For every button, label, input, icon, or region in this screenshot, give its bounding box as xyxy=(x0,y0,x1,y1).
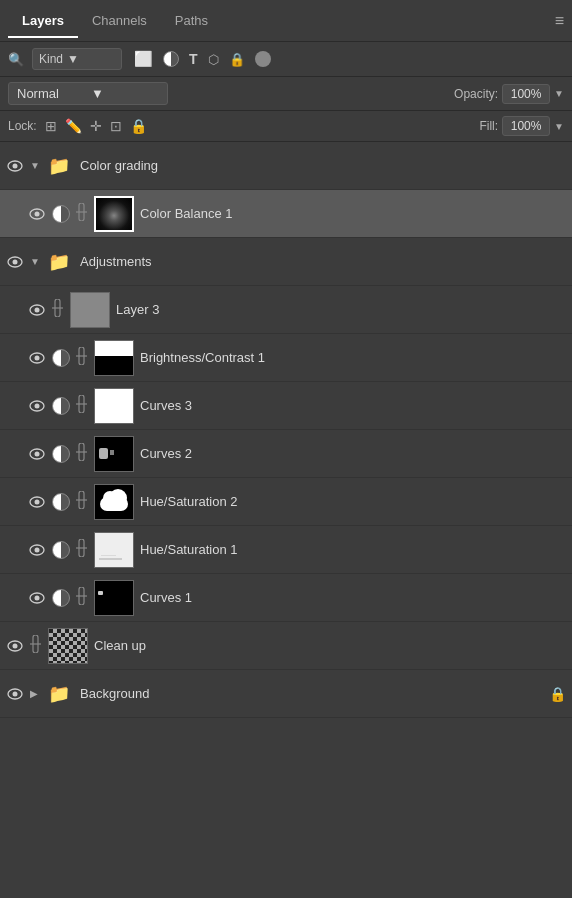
layer-name: Curves 2 xyxy=(140,446,566,461)
fill-input[interactable]: 100% xyxy=(502,116,550,136)
layer-row[interactable]: ▶📁Background🔒 xyxy=(0,670,572,718)
opacity-input[interactable]: 100% xyxy=(502,84,550,104)
visibility-eye-icon[interactable] xyxy=(28,445,46,463)
layer-thumbnail xyxy=(94,436,134,472)
visibility-eye-icon[interactable] xyxy=(6,637,24,655)
link-chain-icon xyxy=(76,443,88,464)
tab-paths[interactable]: Paths xyxy=(161,3,222,38)
opacity-label: Opacity: xyxy=(454,87,498,101)
svg-point-29 xyxy=(35,547,40,552)
layers-list: ▼📁Color grading Color Balance 1 ▼📁Adjust… xyxy=(0,142,572,868)
layer-row[interactable]: Brightness/Contrast 1 xyxy=(0,334,572,382)
layer-name: Clean up xyxy=(94,638,566,653)
folder-icon: 📁 xyxy=(48,251,70,273)
layer-thumbnail xyxy=(94,580,134,616)
layer-row[interactable]: Hue/Saturation 1 xyxy=(0,526,572,574)
svg-point-37 xyxy=(13,643,18,648)
filter-shape-icon[interactable]: ⬡ xyxy=(208,52,219,67)
filter-adjustment-icon[interactable] xyxy=(163,51,179,67)
svg-point-3 xyxy=(35,211,40,216)
lock-all-icon[interactable]: 🔒 xyxy=(130,118,147,134)
lock-paint-icon[interactable]: ✏️ xyxy=(65,118,82,134)
layer-thumbnail xyxy=(70,292,110,328)
layer-name: Hue/Saturation 1 xyxy=(140,542,566,557)
layer-row[interactable]: ▼📁Color grading xyxy=(0,142,572,190)
link-chain-icon xyxy=(52,299,64,320)
layer-name: Layer 3 xyxy=(116,302,566,317)
adjustment-layer-icon xyxy=(52,493,70,511)
svg-point-41 xyxy=(13,691,18,696)
expand-chevron-icon[interactable]: ▶ xyxy=(30,688,42,699)
layer-row[interactable]: Clean up xyxy=(0,622,572,670)
visibility-eye-icon[interactable] xyxy=(6,157,24,175)
layer-row[interactable]: Curves 3 xyxy=(0,382,572,430)
svg-point-7 xyxy=(13,259,18,264)
blend-mode-select[interactable]: Normal ▼ xyxy=(8,82,168,105)
layer-name: Adjustments xyxy=(80,254,566,269)
layer-name: Background xyxy=(80,686,543,701)
opacity-group: Opacity: 100% ▼ xyxy=(454,84,564,104)
filter-pixel-icon[interactable] xyxy=(255,51,271,67)
svg-point-17 xyxy=(35,403,40,408)
fill-label: Fill: xyxy=(479,119,498,133)
kind-filter-select[interactable]: Kind ▼ xyxy=(32,48,122,70)
lock-pixels-icon[interactable]: ⊞ xyxy=(45,118,57,134)
layer-row[interactable]: ▼📁Adjustments xyxy=(0,238,572,286)
layer-row[interactable]: Color Balance 1 xyxy=(0,190,572,238)
kind-dropdown-arrow: ▼ xyxy=(67,52,79,66)
link-chain-icon xyxy=(76,539,88,560)
blend-mode-label: Normal xyxy=(17,86,85,101)
layer-thumbnail xyxy=(94,340,134,376)
layer-thumbnail xyxy=(48,628,88,664)
filter-icons-group: ⬜ T ⬡ 🔒 xyxy=(134,50,271,68)
svg-point-9 xyxy=(35,307,40,312)
lock-icons-group: ⊞ ✏️ ✛ ⊡ 🔒 xyxy=(45,118,147,134)
opacity-dropdown-arrow[interactable]: ▼ xyxy=(554,88,564,99)
visibility-eye-icon[interactable] xyxy=(6,253,24,271)
layer-thumbnail xyxy=(94,484,134,520)
visibility-eye-icon[interactable] xyxy=(28,205,46,223)
lock-label: Lock: xyxy=(8,119,37,133)
tab-channels[interactable]: Channels xyxy=(78,3,161,38)
folder-icon: 📁 xyxy=(48,155,70,177)
svg-point-33 xyxy=(35,595,40,600)
adjustment-layer-icon xyxy=(52,541,70,559)
adjustment-layer-icon xyxy=(52,589,70,607)
tab-layers[interactable]: Layers xyxy=(8,3,78,38)
expand-chevron-icon[interactable]: ▼ xyxy=(30,160,42,171)
expand-chevron-icon[interactable]: ▼ xyxy=(30,256,42,267)
visibility-eye-icon[interactable] xyxy=(28,589,46,607)
kind-label: Kind xyxy=(39,52,63,66)
adjustment-layer-icon xyxy=(52,205,70,223)
lock-artboard-icon[interactable]: ⊡ xyxy=(110,118,122,134)
visibility-eye-icon[interactable] xyxy=(28,301,46,319)
layer-row[interactable]: Curves 1 xyxy=(0,574,572,622)
filter-image-icon[interactable]: ⬜ xyxy=(134,50,153,68)
layer-row[interactable]: Curves 2 xyxy=(0,430,572,478)
visibility-eye-icon[interactable] xyxy=(6,685,24,703)
visibility-eye-icon[interactable] xyxy=(28,349,46,367)
fill-dropdown-arrow[interactable]: ▼ xyxy=(554,121,564,132)
layer-thumbnail xyxy=(94,532,134,568)
adjustment-layer-icon xyxy=(52,445,70,463)
layer-row[interactable]: Layer 3 xyxy=(0,286,572,334)
lock-position-icon[interactable]: ✛ xyxy=(90,118,102,134)
filter-smartobject-icon[interactable]: 🔒 xyxy=(229,52,245,67)
layer-row[interactable]: Hue/Saturation 2 xyxy=(0,478,572,526)
visibility-eye-icon[interactable] xyxy=(28,397,46,415)
layer-thumbnail xyxy=(94,388,134,424)
lock-bar: Lock: ⊞ ✏️ ✛ ⊡ 🔒 Fill: 100% ▼ xyxy=(0,111,572,142)
panel-menu-icon[interactable]: ≡ xyxy=(555,12,564,30)
svg-point-25 xyxy=(35,499,40,504)
svg-point-13 xyxy=(35,355,40,360)
svg-point-21 xyxy=(35,451,40,456)
fill-group: Fill: 100% ▼ xyxy=(479,116,564,136)
visibility-eye-icon[interactable] xyxy=(28,493,46,511)
layer-thumbnail xyxy=(94,196,134,232)
layer-name: Curves 1 xyxy=(140,590,566,605)
layer-lock-icon[interactable]: 🔒 xyxy=(549,686,566,702)
filter-type-icon[interactable]: T xyxy=(189,51,198,67)
link-chain-icon xyxy=(76,395,88,416)
visibility-eye-icon[interactable] xyxy=(28,541,46,559)
adjustment-layer-icon xyxy=(52,349,70,367)
